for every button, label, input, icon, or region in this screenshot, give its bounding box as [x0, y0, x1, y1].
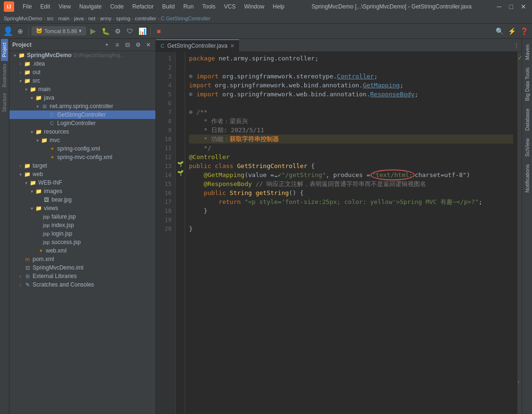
maven-tab[interactable]: Maven: [523, 41, 532, 64]
profile-button[interactable]: 📊: [137, 26, 147, 36]
menu-navigate[interactable]: Navigate: [76, 2, 105, 11]
tree-logincontroller[interactable]: C LoginController: [9, 119, 155, 127]
menu-window[interactable]: Window: [240, 2, 268, 11]
tree-views[interactable]: ▾ 📁 views: [9, 204, 155, 212]
settings-button[interactable]: ⚡: [506, 26, 517, 36]
tree-main[interactable]: ▾ 📁 main: [9, 85, 155, 93]
tree-mvc[interactable]: ▾ 📁 mvc: [9, 136, 155, 144]
tree-package[interactable]: ▾ ⊞ net.army.spring.controller: [9, 102, 155, 110]
line-num-9: 9: [156, 126, 175, 135]
tree-pom[interactable]: m pom.xml: [9, 255, 155, 263]
line-num-16: 16: [156, 188, 175, 197]
tree-java[interactable]: ▾ 📁 java: [9, 93, 155, 102]
menu-edit[interactable]: Edit: [36, 2, 54, 11]
breadcrumb-file[interactable]: GetStringController: [166, 16, 210, 21]
tree-out[interactable]: › 📁 out: [9, 68, 155, 76]
tree-root[interactable]: ▾ 📁 SpringMvcDemo D:\Projects\SpringProj…: [9, 51, 155, 59]
toolbar-avatar[interactable]: 👤: [3, 26, 13, 36]
code-line-11: */: [189, 144, 513, 152]
images-label: images: [44, 188, 62, 194]
tree-index[interactable]: jsp index.jsp: [9, 221, 155, 229]
search-button[interactable]: 🔍: [494, 26, 505, 36]
notifications-tab[interactable]: Notifications: [523, 161, 532, 196]
tree-arrow: ▾: [11, 53, 18, 58]
resources-folder-icon: 📁: [35, 128, 43, 135]
tab-getstringcontroller[interactable]: C GetStringController.java ✕: [156, 39, 239, 51]
help-button[interactable]: ❓: [519, 26, 529, 36]
scratches-label: Scratches and Consoles: [33, 281, 94, 288]
tree-images[interactable]: ▾ 📁 images: [9, 187, 155, 195]
line-num-15: 15: [156, 179, 175, 188]
tomcat-selector[interactable]: 🐱 Tomcat 8.5.86 ▾: [32, 26, 86, 35]
tree-spring-config[interactable]: ✦ spring-config.xml: [9, 144, 155, 153]
tree-target[interactable]: › 📁 target: [9, 161, 155, 170]
menu-help[interactable]: Help: [269, 2, 288, 11]
gutter-17: [176, 195, 185, 204]
tree-bear[interactable]: 🖼 bear.jpg: [9, 195, 155, 204]
code-line-2: [189, 63, 513, 72]
tree-resources[interactable]: ▾ 📁 resources: [9, 127, 155, 136]
tree-src[interactable]: ▾ 📁 src: [9, 76, 155, 85]
breadcrumb-springmvcdemo[interactable]: SpringMvcDemo: [4, 16, 42, 21]
tree-iml[interactable]: ⊡ SpringMvcDemo.iml: [9, 263, 155, 272]
project-tab[interactable]: Project: [1, 39, 8, 61]
tree-success[interactable]: jsp success.jsp: [9, 238, 155, 246]
bigdata-tab[interactable]: Big Data Tools: [523, 64, 532, 105]
collapse-all-button[interactable]: ≡: [113, 41, 121, 49]
project-title: Project: [12, 42, 101, 48]
code-line-12: @Controller: [189, 152, 513, 161]
tree-login[interactable]: jsp login.jsp: [9, 229, 155, 238]
toolbar: 👤 ⊕ 🐱 Tomcat 8.5.86 ▾ ▶ 🐛 ⚙ 🛡 📊 ■ 🔍 ⚡ ❓: [0, 24, 532, 39]
jsp-icon1: jsp: [43, 213, 50, 220]
add-item-button[interactable]: +: [103, 41, 111, 49]
code-content[interactable]: package net.army.spring.controller; ⊕ im…: [185, 52, 517, 414]
build-button[interactable]: ⚙: [112, 26, 123, 36]
tree-external-libs[interactable]: › ⊞ External Libraries: [9, 272, 155, 280]
stop-button[interactable]: ■: [154, 26, 164, 36]
gutter-3: [176, 70, 185, 79]
logincontroller-label: LoginController: [57, 120, 95, 127]
menu-refactor[interactable]: Refactor: [129, 2, 157, 11]
debug-button[interactable]: 🐛: [100, 26, 111, 36]
coverage-button[interactable]: 🛡: [125, 26, 135, 36]
scroll-indicator[interactable]: ✓: [517, 52, 522, 414]
xml-icon2: ✦: [48, 153, 56, 161]
menu-vcs[interactable]: VCS: [220, 2, 240, 11]
minimize-button[interactable]: ─: [495, 3, 504, 10]
filter-button[interactable]: ⊟: [123, 41, 132, 49]
bookmarks-tab[interactable]: Bookmarks: [1, 61, 8, 90]
gutter-12: [176, 151, 185, 160]
tree-web[interactable]: ▾ 📁 web: [9, 170, 155, 178]
tree-webinf[interactable]: ▾ 📁 WEB-INF: [9, 178, 155, 187]
structure-tab[interactable]: Structure: [1, 90, 8, 115]
code-line-8: * 作者：梁辰兴: [189, 117, 513, 126]
database-tab[interactable]: Database: [523, 105, 532, 135]
menu-view[interactable]: View: [55, 2, 75, 11]
menu-build[interactable]: Build: [158, 2, 179, 11]
tree-webxml[interactable]: ✦ web.xml: [9, 246, 155, 255]
close-button[interactable]: ✕: [519, 3, 528, 10]
tab-close-button[interactable]: ✕: [230, 43, 234, 49]
sciview-tab[interactable]: SciView: [523, 135, 532, 161]
tree-scratches[interactable]: › ✎ Scratches and Consoles: [9, 280, 155, 289]
views-label: views: [44, 205, 58, 211]
main-label: main: [38, 86, 51, 93]
tree-idea[interactable]: › 📁 .idea: [9, 59, 155, 68]
menu-code[interactable]: Code: [106, 2, 128, 11]
tab-more-button[interactable]: ⋮: [511, 39, 522, 51]
tree-getstringcontroller[interactable]: C GetStringController: [9, 110, 155, 119]
toolbar-cursor[interactable]: ⊕: [15, 26, 26, 36]
toolbar-sep2: [150, 27, 151, 35]
menu-file[interactable]: File: [19, 2, 35, 11]
maximize-button[interactable]: □: [507, 3, 515, 10]
menu-tools[interactable]: Tools: [198, 2, 219, 11]
menu-run[interactable]: Run: [180, 2, 197, 11]
settings-tree-button[interactable]: ⚙: [134, 41, 142, 49]
out-label: out: [33, 69, 41, 76]
run-button[interactable]: ▶: [88, 26, 98, 36]
tree-spring-mvc-config[interactable]: ✦ spring-mvc-config.xml: [9, 153, 155, 161]
views-folder-icon: 📁: [35, 204, 43, 212]
hide-panel-button[interactable]: ✕: [144, 41, 153, 49]
tree-failure[interactable]: jsp failure.jsp: [9, 212, 155, 221]
root-path: D:\Projects\SpringProj...: [74, 53, 124, 58]
